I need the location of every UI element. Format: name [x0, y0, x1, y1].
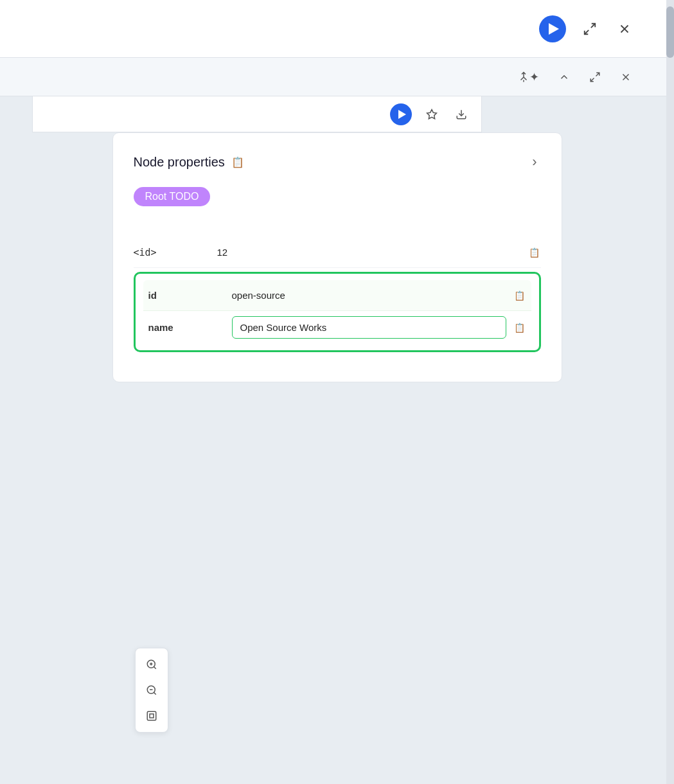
root-todo-badge[interactable]: Root TODO [134, 187, 211, 206]
zoom-fit-icon [146, 710, 157, 722]
table-row: id open-source 📋 [143, 280, 531, 311]
download-button[interactable] [452, 105, 471, 124]
prop-value-id: open-source [232, 290, 506, 301]
scrollbar[interactable] [666, 0, 674, 784]
svg-line-0 [591, 23, 595, 27]
svg-rect-19 [150, 714, 154, 718]
close-button-second[interactable] [616, 67, 635, 87]
properties-table: <id> 12 📋 id open-source 📋 [134, 237, 541, 352]
node-properties-panel: Node properties 📋 › Root TODO <id> 12 📋 [112, 132, 562, 382]
panel-header: Node properties 📋 › [134, 151, 541, 173]
prop-key-id: id [148, 290, 232, 301]
zoom-in-button[interactable] [139, 652, 164, 677]
expand-button-top[interactable] [579, 18, 601, 40]
main-area: Node properties 📋 › Root TODO <id> 12 📋 [0, 132, 674, 382]
copy-id-auto-icon[interactable]: 📋 [528, 246, 541, 259]
star-icon [426, 109, 438, 120]
svg-line-12 [154, 666, 155, 668]
close-icon-top [617, 22, 632, 36]
prop-value-id-auto: 12 [217, 247, 521, 258]
copy-id-icon[interactable]: 📋 [513, 289, 526, 302]
pin-button[interactable]: ✦ [514, 66, 543, 88]
expand-icon [583, 22, 597, 36]
pin-icon [518, 71, 529, 83]
table-row: <id> 12 📋 [134, 237, 541, 268]
svg-line-16 [154, 692, 155, 694]
zoom-out-button[interactable] [139, 678, 164, 702]
name-input[interactable] [232, 316, 506, 339]
zoom-in-icon [146, 659, 157, 670]
panel-chevron-right[interactable]: › [528, 151, 540, 173]
zoom-controls [135, 648, 168, 733]
prop-value-id-area: open-source 📋 [232, 289, 526, 302]
play-triangle-inner-icon [398, 110, 406, 119]
top-toolbar [0, 0, 674, 58]
download-icon [456, 109, 467, 120]
panel-title-group: Node properties 📋 [134, 155, 244, 170]
prop-key-id-auto: <id> [134, 247, 217, 258]
close-button-top[interactable] [614, 18, 635, 40]
copy-name-icon[interactable]: 📋 [513, 321, 526, 334]
play-button-inner[interactable] [390, 103, 412, 125]
expand-button-second[interactable] [585, 67, 605, 87]
svg-line-5 [596, 73, 599, 76]
svg-marker-9 [427, 109, 437, 118]
prop-key-name: name [148, 322, 232, 333]
second-toolbar: ✦ [0, 58, 674, 96]
inner-toolbar [32, 96, 482, 132]
prop-value-id-auto-area: 12 📋 [217, 246, 541, 259]
expand-icon-second [589, 71, 601, 83]
svg-line-6 [590, 78, 594, 81]
zoom-fit-button[interactable] [139, 704, 164, 728]
pin-icon-char: ✦ [529, 70, 539, 84]
panel-copy-icon[interactable]: 📋 [231, 156, 244, 168]
badge-container: Root TODO [134, 187, 541, 222]
svg-line-1 [585, 30, 589, 33]
scrollbar-thumb[interactable] [666, 6, 674, 58]
panel-title: Node properties [134, 155, 225, 170]
prop-value-name-area: 📋 [232, 316, 526, 339]
table-row: name 📋 [143, 311, 531, 344]
collapse-button[interactable] [554, 67, 574, 87]
collapse-icon [558, 71, 570, 83]
zoom-out-icon [146, 684, 157, 696]
svg-rect-18 [147, 711, 156, 720]
play-triangle-icon [549, 23, 559, 35]
highlighted-section: id open-source 📋 name 📋 [134, 272, 541, 352]
star-button[interactable] [422, 105, 441, 124]
close-icon-second [620, 71, 632, 83]
play-button-top[interactable] [539, 15, 566, 42]
